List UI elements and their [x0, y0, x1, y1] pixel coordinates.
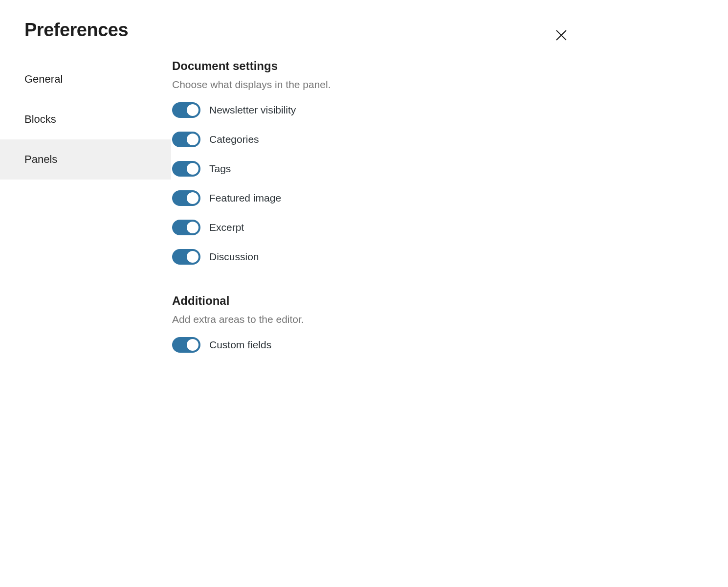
close-icon — [554, 28, 568, 42]
sidebar-item-blocks[interactable]: Blocks — [0, 99, 171, 139]
toggle-excerpt[interactable] — [172, 220, 200, 235]
toggle-label: Custom fields — [209, 339, 271, 351]
toggle-label: Tags — [209, 163, 231, 175]
toggle-tags[interactable] — [172, 161, 200, 177]
sidebar-item-label: General — [24, 73, 63, 85]
sidebar-item-label: Blocks — [24, 113, 56, 125]
close-button[interactable] — [551, 24, 572, 46]
sidebar-item-panels[interactable]: Panels — [0, 139, 171, 180]
preferences-modal: Preferences General Blocks Panels Docume… — [0, 0, 596, 382]
modal-title: Preferences — [24, 20, 128, 41]
sidebar-item-general[interactable]: General — [0, 59, 171, 99]
toggle-row-newsletter-visibility: Newsletter visibility — [172, 102, 572, 118]
modal-body: General Blocks Panels Document settings … — [0, 59, 596, 382]
section-title: Additional — [172, 294, 572, 308]
toggle-label: Discussion — [209, 251, 259, 263]
toggle-row-featured-image: Featured image — [172, 190, 572, 206]
toggle-label: Newsletter visibility — [209, 104, 296, 116]
toggle-featured-image[interactable] — [172, 190, 200, 206]
preferences-sidebar: General Blocks Panels — [0, 59, 171, 382]
toggle-row-excerpt: Excerpt — [172, 220, 572, 235]
toggle-label: Featured image — [209, 192, 281, 204]
toggle-row-categories: Categories — [172, 132, 572, 147]
toggle-discussion[interactable] — [172, 249, 200, 265]
document-settings-section: Document settings Choose what displays i… — [172, 59, 572, 265]
toggle-row-tags: Tags — [172, 161, 572, 177]
toggle-newsletter-visibility[interactable] — [172, 102, 200, 118]
toggle-label: Categories — [209, 134, 259, 145]
section-description: Add extra areas to the editor. — [172, 314, 572, 325]
sidebar-item-label: Panels — [24, 153, 57, 165]
toggle-custom-fields[interactable] — [172, 337, 200, 353]
modal-header: Preferences — [0, 20, 596, 41]
toggle-row-custom-fields: Custom fields — [172, 337, 572, 353]
main-content: Document settings Choose what displays i… — [171, 59, 596, 382]
additional-section: Additional Add extra areas to the editor… — [172, 294, 572, 353]
section-description: Choose what displays in the panel. — [172, 79, 572, 90]
section-title: Document settings — [172, 59, 572, 73]
toggle-row-discussion: Discussion — [172, 249, 572, 265]
toggle-categories[interactable] — [172, 132, 200, 147]
toggle-label: Excerpt — [209, 222, 244, 233]
